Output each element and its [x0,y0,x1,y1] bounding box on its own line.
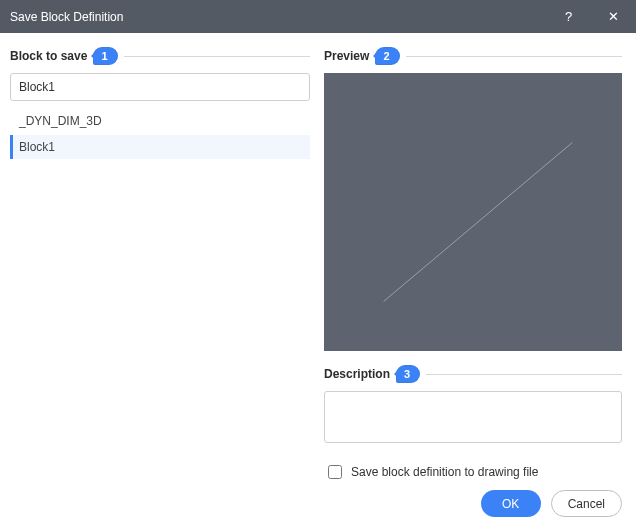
list-item-label: Block1 [19,140,55,154]
block-list[interactable]: _DYN_DIM_3D Block1 [10,109,310,159]
block-to-save-header: Block to save 1 [10,45,310,67]
svg-line-0 [384,143,573,302]
left-column: Block to save 1 _DYN_DIM_3D Block1 [10,45,310,517]
block-to-save-label: Block to save [10,49,87,63]
cancel-button[interactable]: Cancel [551,490,622,517]
description-input[interactable] [324,391,622,443]
close-icon: ✕ [608,10,619,23]
dialog-body: Block to save 1 _DYN_DIM_3D Block1 Previ… [0,33,636,527]
right-column: Preview 2 Description 3 Save block defin… [324,45,622,517]
list-item[interactable]: Block1 [10,135,310,159]
close-button[interactable]: ✕ [591,0,636,33]
callout-3: 3 [396,365,420,383]
help-button[interactable]: ? [546,0,591,33]
save-to-file-checkbox[interactable] [328,465,342,479]
preview-canvas [324,73,622,351]
block-name-input[interactable] [10,73,310,101]
divider [124,56,311,57]
window-title: Save Block Definition [10,10,123,24]
callout-2: 2 [375,47,399,65]
ok-button[interactable]: OK [481,490,541,517]
help-icon: ? [565,10,572,23]
description-header: Description 3 [324,363,622,385]
save-to-file-row[interactable]: Save block definition to drawing file [324,462,622,482]
list-item-label: _DYN_DIM_3D [19,114,102,128]
button-row: OK Cancel [324,490,622,517]
titlebar: Save Block Definition ? ✕ [0,0,636,33]
preview-label: Preview [324,49,369,63]
description-label: Description [324,367,390,381]
preview-line-icon [324,73,622,349]
divider [426,374,622,375]
list-item[interactable]: _DYN_DIM_3D [10,109,310,133]
save-to-file-label: Save block definition to drawing file [351,465,538,479]
divider [406,56,623,57]
callout-1: 1 [93,47,117,65]
preview-header: Preview 2 [324,45,622,67]
